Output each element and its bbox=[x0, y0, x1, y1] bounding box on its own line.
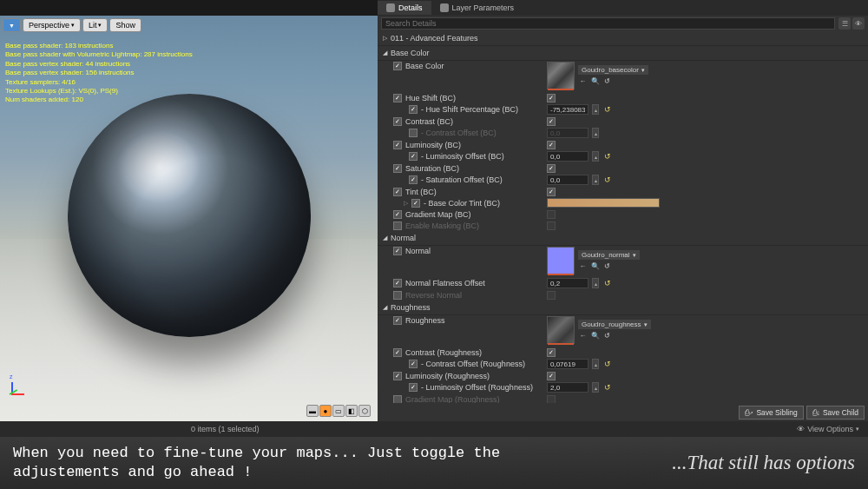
tab-details[interactable]: Details bbox=[378, 1, 431, 15]
basecolor-use-arrow-icon[interactable]: ← bbox=[578, 76, 588, 86]
details-panel: Details Layer Parameters ☰ 👁 ▷011 - Adva… bbox=[378, 0, 868, 421]
basecolor-thumbnail[interactable] bbox=[547, 62, 575, 89]
roughness-texture-dropdown[interactable]: Goudro_roughness ▾ bbox=[578, 320, 651, 329]
luminosity-value-checkbox[interactable] bbox=[547, 141, 556, 149]
luminosity-r-off-input[interactable] bbox=[547, 382, 589, 393]
basecolor-tint-checkbox[interactable] bbox=[411, 199, 420, 208]
saturation-off-checkbox[interactable] bbox=[409, 175, 418, 184]
gradient-map-r-checkbox[interactable] bbox=[393, 395, 402, 404]
normal-thumbnail[interactable] bbox=[547, 247, 575, 274]
luminosity-off-input[interactable] bbox=[547, 151, 589, 162]
luminosity-r-checkbox[interactable] bbox=[393, 372, 402, 380]
hue-shift-pct-input[interactable] bbox=[547, 104, 589, 115]
contrast-off-input bbox=[547, 128, 589, 138]
contrast-off-spinner: ▴ bbox=[592, 128, 599, 138]
save-child-button[interactable]: ⎙↓Save Child bbox=[806, 406, 865, 420]
save-buttons-row: ⎙↗Save Sibling ⎙↓Save Child bbox=[739, 406, 865, 420]
contrast-off-checkbox[interactable] bbox=[409, 129, 418, 137]
luminosity-r-off-checkbox[interactable] bbox=[409, 383, 418, 392]
caption-left: When you need to fine-tune your maps... … bbox=[13, 444, 500, 482]
search-details-input[interactable] bbox=[381, 17, 835, 30]
contrast-r-off-input[interactable] bbox=[547, 359, 589, 369]
tab-bar: Details Layer Parameters bbox=[378, 0, 868, 16]
caption-bar: When you need to fine-tune your maps... … bbox=[0, 437, 868, 489]
roughness-thumbnail[interactable] bbox=[547, 316, 575, 344]
perspective-dropdown[interactable]: Perspective ▾ bbox=[23, 18, 81, 32]
shape-teapot-button[interactable]: ⬡ bbox=[358, 405, 371, 417]
saturation-checkbox[interactable] bbox=[393, 164, 402, 173]
basecolor-reset-icon[interactable]: ↺ bbox=[602, 76, 612, 86]
footer-bar: 0 items (1 selected) 👁View Options▾ bbox=[0, 421, 868, 437]
hue-shift-checkbox[interactable] bbox=[393, 94, 402, 102]
shape-plane-button[interactable]: ▭ bbox=[332, 405, 345, 417]
tab-layer-parameters[interactable]: Layer Parameters bbox=[431, 1, 523, 15]
layers-tab-icon bbox=[440, 3, 449, 12]
viewport-shape-buttons: ▬ ● ▭ ◧ ⬡ bbox=[306, 405, 371, 417]
contrast-value-checkbox[interactable] bbox=[547, 117, 556, 126]
contrast-checkbox[interactable] bbox=[393, 117, 402, 126]
basecolor-texture-dropdown[interactable]: Goudro_basecolor ▾ bbox=[578, 65, 648, 75]
viewport-menu-button[interactable]: ▼ bbox=[3, 18, 21, 32]
viewport-toolbar: ▼ Perspective ▾ Lit ▾ Show bbox=[3, 18, 141, 32]
caption-right: ...That still has options bbox=[672, 452, 855, 474]
eye-icon: 👁 bbox=[797, 425, 805, 433]
enable-masking-value-checkbox bbox=[547, 221, 556, 230]
view-options-dropdown[interactable]: 👁View Options▾ bbox=[797, 425, 859, 433]
normal-flatness-checkbox[interactable] bbox=[393, 279, 402, 287]
details-tab-icon bbox=[386, 3, 395, 12]
filter-icon[interactable]: ☰ bbox=[838, 17, 851, 30]
saturation-value-checkbox[interactable] bbox=[547, 164, 556, 173]
contrast-r-checkbox[interactable] bbox=[393, 348, 402, 357]
axis-gizmo bbox=[7, 373, 33, 400]
roughness-checkbox[interactable] bbox=[393, 316, 402, 325]
basecolor-browse-icon[interactable]: 🔍 bbox=[590, 76, 600, 86]
enable-masking-checkbox[interactable] bbox=[393, 221, 402, 230]
tint-checkbox[interactable] bbox=[393, 188, 402, 196]
preview-sphere bbox=[68, 94, 311, 337]
properties-scroll[interactable]: ▷011 - Advanced Features ◢Base Color Bas… bbox=[378, 31, 868, 403]
hue-shift-pct-spinner[interactable]: ▴ bbox=[592, 104, 599, 115]
shader-stats-overlay: Base pass shader: 183 instructions Base … bbox=[5, 42, 193, 105]
contrast-r-off-checkbox[interactable] bbox=[409, 360, 418, 368]
tint-value-checkbox[interactable] bbox=[547, 188, 556, 196]
basecolor-tint-swatch[interactable] bbox=[547, 198, 660, 208]
section-advanced-features[interactable]: ▷011 - Advanced Features bbox=[378, 31, 868, 46]
gradient-map-value-checkbox[interactable] bbox=[547, 210, 556, 219]
luminosity-off-checkbox[interactable] bbox=[409, 152, 418, 161]
hue-shift-pct-checkbox[interactable] bbox=[409, 105, 418, 114]
viewport-3d[interactable]: ▼ Perspective ▾ Lit ▾ Show Base pass sha… bbox=[0, 16, 378, 421]
lit-dropdown[interactable]: Lit ▾ bbox=[82, 18, 108, 32]
normal-checkbox[interactable] bbox=[393, 247, 402, 255]
section-roughness[interactable]: ◢Roughness bbox=[378, 301, 868, 315]
section-base-color[interactable]: ◢Base Color bbox=[378, 46, 868, 61]
section-normal[interactable]: ◢Normal bbox=[378, 231, 868, 246]
reverse-normal-checkbox[interactable] bbox=[393, 291, 402, 300]
hue-shift-value-checkbox[interactable] bbox=[547, 94, 556, 102]
shape-cube-button[interactable]: ◧ bbox=[345, 405, 358, 417]
show-dropdown[interactable]: Show bbox=[109, 18, 141, 32]
basecolor-checkbox[interactable] bbox=[393, 62, 402, 70]
normal-flatness-input[interactable] bbox=[547, 278, 589, 288]
selection-count-label: 0 items (1 selected) bbox=[191, 425, 260, 433]
normal-texture-dropdown[interactable]: Goudro_normal ▾ bbox=[578, 250, 640, 260]
gradient-map-checkbox[interactable] bbox=[393, 210, 402, 219]
save-sibling-button[interactable]: ⎙↗Save Sibling bbox=[739, 406, 803, 420]
saturation-off-input[interactable] bbox=[547, 175, 589, 185]
hue-shift-pct-reset[interactable]: ↺ bbox=[602, 104, 613, 115]
luminosity-checkbox[interactable] bbox=[393, 141, 402, 149]
eye-icon[interactable]: 👁 bbox=[852, 17, 865, 30]
shape-cylinder-button[interactable]: ▬ bbox=[306, 405, 319, 417]
shape-sphere-button[interactable]: ● bbox=[319, 405, 332, 417]
search-row: ☰ 👁 bbox=[378, 16, 868, 31]
basecolor-label: Base Color bbox=[405, 62, 444, 70]
